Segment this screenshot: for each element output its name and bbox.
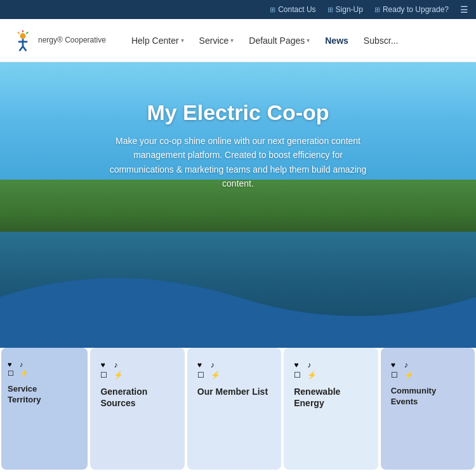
card-label: Generation Sources bbox=[100, 386, 174, 409]
card-label: Renewable Energy bbox=[294, 386, 367, 409]
chevron-down-icon: ▾ bbox=[230, 37, 234, 44]
card-icon: ♥♪ ☐⚡ bbox=[391, 360, 416, 380]
card-icon: ♥♪ ☐⚡ bbox=[8, 360, 30, 378]
svg-line-6 bbox=[26, 32, 28, 34]
contact-icon: ⊞ bbox=[270, 6, 275, 14]
logo-text: nergy® Cooperative bbox=[38, 36, 106, 44]
chevron-down-icon: ▾ bbox=[307, 37, 310, 44]
nav-bar: nergy® Cooperative Help Center ▾ Service… bbox=[0, 19, 476, 62]
card-service-territory[interactable]: ♥♪ ☐⚡ ServiceTerritory bbox=[1, 348, 88, 470]
hero-title: My Electric Co-op bbox=[147, 100, 329, 125]
logo[interactable]: nergy® Cooperative bbox=[11, 29, 106, 52]
hero-section: My Electric Co-op Make your co-op shine … bbox=[0, 62, 476, 335]
upgrade-label: Ready to Upgrade? bbox=[383, 5, 449, 14]
blue-band bbox=[0, 335, 476, 348]
nav-links: Help Center ▾ Service ▾ Default Pages ▾ … bbox=[125, 32, 465, 50]
hero-text-overlay: My Electric Co-op Make your co-op shine … bbox=[0, 62, 476, 335]
logo-icon bbox=[11, 29, 34, 52]
card-label: Our Member List bbox=[197, 386, 268, 397]
card-renewable-energy[interactable]: ♥♪ ☐⚡ Renewable Energy bbox=[284, 348, 378, 470]
card-generation-sources[interactable]: ♥♪ ☐⚡ Generation Sources bbox=[90, 348, 184, 470]
top-bar: ⊞ Contact Us ⊞ Sign-Up ⊞ Ready to Upgrad… bbox=[0, 0, 476, 19]
card-icon: ♥♪ ☐⚡ bbox=[294, 360, 319, 380]
contact-us-label: Contact Us bbox=[278, 5, 315, 14]
svg-line-7 bbox=[18, 32, 20, 34]
chevron-down-icon: ▾ bbox=[181, 37, 184, 44]
nav-default-pages[interactable]: Default Pages ▾ bbox=[242, 32, 316, 50]
menu-button[interactable]: ☰ bbox=[460, 4, 468, 15]
card-label: ServiceTerritory bbox=[8, 384, 41, 406]
nav-subscribe[interactable]: Subscr... bbox=[357, 32, 404, 50]
hero-subtitle: Make your co-op shine online with our ne… bbox=[105, 134, 371, 191]
upgrade-icon: ⊞ bbox=[374, 6, 380, 14]
svg-line-4 bbox=[23, 46, 26, 51]
contact-us-link[interactable]: ⊞ Contact Us bbox=[270, 5, 315, 14]
card-our-member-list[interactable]: ♥♪ ☐⚡ Our Member List bbox=[187, 348, 281, 470]
signup-icon: ⊞ bbox=[327, 6, 333, 14]
signup-label: Sign-Up bbox=[336, 5, 363, 14]
card-label: CommunityEvents bbox=[391, 386, 437, 407]
upgrade-link[interactable]: ⊞ Ready to Upgrade? bbox=[374, 5, 449, 14]
hamburger-icon: ☰ bbox=[460, 4, 468, 15]
card-icon: ♥♪ ☐⚡ bbox=[197, 360, 223, 380]
nav-news[interactable]: News bbox=[319, 32, 355, 50]
signup-link[interactable]: ⊞ Sign-Up bbox=[327, 5, 363, 14]
card-community-events[interactable]: ♥♪ ☐⚡ CommunityEvents bbox=[381, 348, 475, 470]
card-icon: ♥♪ ☐⚡ bbox=[100, 360, 126, 380]
nav-service[interactable]: Service ▾ bbox=[193, 32, 241, 50]
cards-section: ♥♪ ☐⚡ ServiceTerritory ♥♪ ☐⚡ Generation … bbox=[0, 348, 476, 470]
nav-help-center[interactable]: Help Center ▾ bbox=[125, 32, 190, 50]
svg-point-0 bbox=[20, 33, 26, 39]
